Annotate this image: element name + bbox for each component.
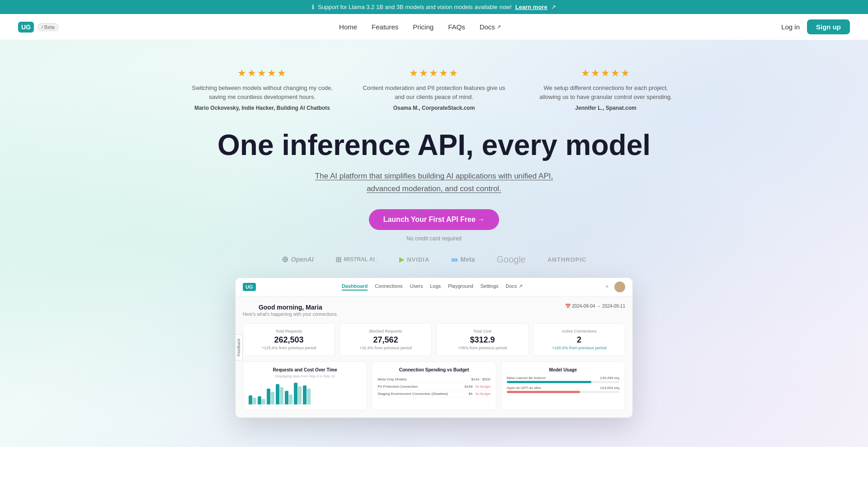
dash-nav-connections[interactable]: Connections <box>375 283 402 291</box>
calendar-icon: 📅 <box>565 304 572 309</box>
stat-label-1: Blocked Requests <box>345 329 426 333</box>
chart3-title: Model Usage <box>507 367 619 372</box>
cta-section: Launch Your First API Free → <box>18 209 850 230</box>
openai-label: OpenAI <box>291 256 314 263</box>
google-label: Google <box>496 254 526 265</box>
dash-nav-settings[interactable]: Settings <box>481 283 499 291</box>
stat-card-2: Total Cost $312.9 +35% from previous per… <box>436 323 528 356</box>
bar-light-1 <box>262 399 265 404</box>
dash-nav-logs[interactable]: Logs <box>430 283 441 291</box>
nav-features[interactable]: Features <box>372 23 398 31</box>
stat-label-2: Total Cost <box>442 329 523 333</box>
beta-badge: / Beta <box>38 23 59 31</box>
signup-button[interactable]: Sign up <box>807 19 850 34</box>
bar-group-0 <box>249 395 256 404</box>
info-icon: ℹ <box>312 4 314 10</box>
model-bar-bg-0 <box>507 381 619 383</box>
reviews-row: ★★★★★ Switching between models without c… <box>18 67 850 111</box>
bar-light-5 <box>298 386 302 404</box>
bar-light-6 <box>307 389 311 404</box>
mistral-symbol: ⊞ <box>335 255 341 264</box>
dashboard-nav: UG Dashboard Connections Users Logs Play… <box>236 278 632 296</box>
bar-teal-6 <box>303 385 307 404</box>
navbar-left: UG / Beta <box>18 22 59 33</box>
stat-change-3: +100.0% from previous period <box>539 346 619 350</box>
bar-group-2 <box>267 389 274 404</box>
chart1-sub: Displaying data from Sep 4 to Sep 10 <box>249 374 361 378</box>
review-text-2: We setup different connections for each … <box>533 84 678 101</box>
model-bar-fill-1 <box>507 391 580 393</box>
dash-nav-links: Dashboard Connections Users Logs Playgro… <box>267 283 598 291</box>
bar-group-4 <box>285 391 292 404</box>
chart-requests: Requests and Cost Over Time Displaying d… <box>243 361 367 410</box>
cta-button[interactable]: Launch Your First API Free → <box>369 209 500 230</box>
meta-symbol: ∞ <box>451 254 458 265</box>
bar-chart <box>249 382 361 404</box>
bar-teal-3 <box>276 384 279 404</box>
model-row-1: Open AI GPT-4o Mini 123,004 req <box>507 386 619 393</box>
bar-teal-0 <box>249 395 252 404</box>
bar-light-4 <box>289 394 292 404</box>
logo-openai: ⊕ OpenAI <box>282 254 314 264</box>
bar-light-3 <box>280 387 283 404</box>
bar-light-0 <box>253 398 256 404</box>
logo[interactable]: UG <box>18 22 34 33</box>
learn-more-link[interactable]: Learn more <box>515 4 547 10</box>
model-label-row-0: Meta Llama3 8b Instruct 139,499 req <box>507 376 619 380</box>
stat-value-1: 27,562 <box>345 335 426 345</box>
anthropic-label: ANTHROPIC <box>547 256 586 263</box>
feedback-tab[interactable]: Feedback <box>235 335 243 361</box>
mistral-label: MISTRAL AI_ <box>344 256 378 263</box>
meta-label: Meta <box>461 256 475 263</box>
dashboard-content: Good morning, Maria Here's what's happen… <box>236 296 632 418</box>
dash-nav-right: ✕ <box>605 282 625 292</box>
dash-nav-users[interactable]: Users <box>410 283 423 291</box>
dash-avatar <box>614 282 625 292</box>
logo-google: Google <box>496 254 526 265</box>
nav-faqs[interactable]: FAQs <box>448 23 465 31</box>
stat-change-1: +32.6% from previous period <box>345 346 426 350</box>
model-bar-fill-0 <box>507 381 591 383</box>
logos-row: ⊕ OpenAI ⊞ MISTRAL AI_ ▶ NVIDIA ∞ Meta G… <box>18 254 850 265</box>
model-bar-bg-1 <box>507 391 619 393</box>
stat-label-3: Active Connections <box>539 329 619 333</box>
chart1-title: Requests and Cost Over Time <box>249 367 361 372</box>
dash-logo: UG <box>243 283 256 291</box>
chart-connections: Connection Spending vs Budget Meta Only … <box>372 361 496 410</box>
review-text-1: Content moderation and PII protection fe… <box>362 84 506 101</box>
external-link-icon: ↗ <box>551 4 556 10</box>
nav-pricing[interactable]: Pricing <box>413 23 434 31</box>
dash-header-row: Good morning, Maria Here's what's happen… <box>243 304 625 317</box>
bar-light-2 <box>271 392 274 404</box>
external-icon: ↗ <box>497 24 501 30</box>
dash-sub: Here's what's happening with your connec… <box>243 312 338 317</box>
bar-teal-1 <box>258 396 261 404</box>
nav-docs[interactable]: Docs ↗ <box>480 23 501 31</box>
conn-row-0: Meta Only Models $144 / $500 <box>377 376 490 383</box>
chart2-title: Connection Spending vs Budget <box>377 367 490 372</box>
openai-symbol: ⊕ <box>282 254 288 264</box>
announcement-bar: ℹ Support for Llama 3.2 1B and 3B models… <box>0 0 868 14</box>
model-label-row-1: Open AI GPT-4o Mini 123,004 req <box>507 386 619 390</box>
bar-teal-4 <box>285 391 288 404</box>
chart3-models: Meta Llama3 8b Instruct 139,499 req Open… <box>507 376 619 393</box>
subtitle-pre: The AI platform that simplifies <box>315 172 418 180</box>
bar-group-1 <box>258 396 265 404</box>
stat-change-2: +35% from previous period <box>442 346 523 350</box>
navbar-center: Home Features Pricing FAQs Docs ↗ <box>339 23 501 31</box>
dash-nav-playground[interactable]: Playground <box>448 283 473 291</box>
bar-group-6 <box>303 385 311 404</box>
navbar: UG / Beta Home Features Pricing FAQs Doc… <box>0 14 868 40</box>
login-button[interactable]: Log in <box>781 23 800 31</box>
dash-nav-docs[interactable]: Docs ↗ <box>506 283 523 291</box>
stat-card-0: Total Requests 262,503 +125.6% from prev… <box>243 323 335 356</box>
nav-home[interactable]: Home <box>339 23 357 31</box>
stat-value-0: 262,503 <box>249 335 329 345</box>
bar-group-5 <box>294 383 302 404</box>
review-card-2: ★★★★★ We setup different connections for… <box>533 67 678 111</box>
review-author-1: Osama M., CorporateStack.com <box>362 105 506 111</box>
bar-teal-2 <box>267 389 270 404</box>
stat-label-0: Total Requests <box>249 329 329 333</box>
dash-nav-dashboard[interactable]: Dashboard <box>342 283 368 291</box>
logo-anthropic: ANTHROPIC <box>547 256 586 263</box>
